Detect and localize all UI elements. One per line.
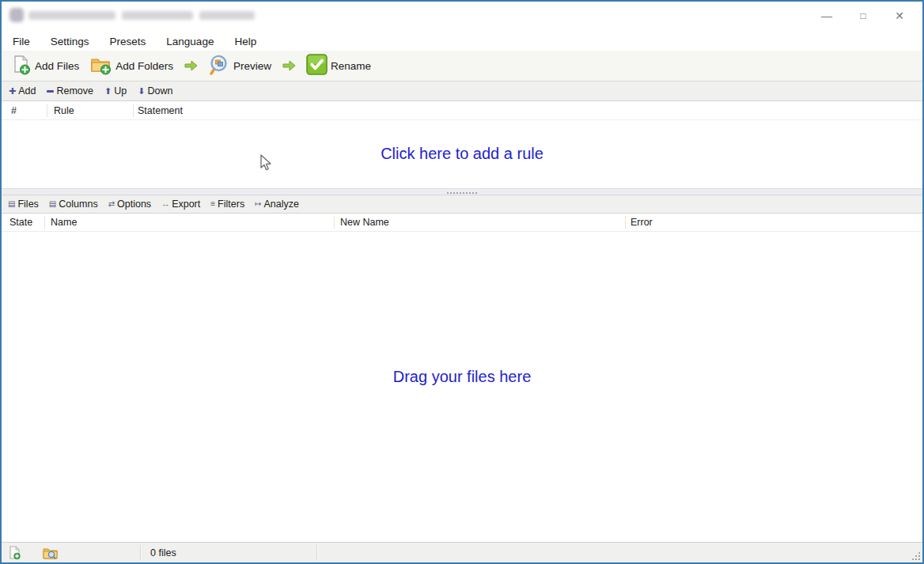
rule-add-button[interactable]: ✚ Add [9,85,36,97]
files-toolbar: ▤ Files ▤ Columns ⇄ Options ↔ Export ≡ F… [2,195,922,214]
files-table-header: State Name New Name Error [2,214,922,232]
options-menu-icon: ⇄ [108,200,115,208]
files-menu-icon: ▤ [8,200,15,208]
export-menu-button[interactable]: ↔ Export [161,199,200,210]
down-arrow-icon: ⬇ [138,87,145,96]
columns-menu-icon: ▤ [49,200,56,208]
analyze-menu-icon: ↦ [255,200,261,208]
title-bar: — □ ✕ [2,2,922,32]
add-rule-link[interactable]: Click here to add a rule [2,145,922,163]
add-file-icon [11,55,32,78]
arrow-right-icon [184,59,198,72]
menu-presets[interactable]: Presets [110,36,146,47]
rules-col-rule: Rule [54,101,74,119]
rules-toolbar: ✚ Add Remove ⬆ Up ⬇ Down [2,81,922,101]
filters-menu-button[interactable]: ≡ Filters [210,199,244,210]
drag-files-hint[interactable]: Drag your files here [2,368,922,386]
splitter-grip-icon [446,191,478,194]
rules-list-area[interactable]: Click here to add a rule [2,120,922,188]
rename-check-icon [306,54,328,78]
resize-grip[interactable] [911,551,920,560]
status-add-file-icon[interactable] [8,546,21,562]
file-count-label: 0 files [150,543,176,562]
close-button[interactable]: ✕ [881,5,918,27]
rules-col-statement: Statement [138,101,183,119]
rule-down-button[interactable]: ⬇ Down [138,85,172,97]
menu-bar: File Settings Presets Language Help [2,32,922,51]
rule-remove-button[interactable]: Remove [47,85,93,97]
preview-magnifier-icon [208,54,230,78]
main-toolbar: Add Files Add Folders [2,51,922,81]
app-window: — □ ✕ File Settings Presets Language Hel… [0,0,924,564]
columns-menu-button[interactable]: ▤ Columns [49,199,98,210]
rule-up-button[interactable]: ⬆ Up [104,85,127,97]
add-folders-button[interactable]: Add Folders [87,53,176,79]
files-col-new-name[interactable]: New Name [340,214,389,231]
menu-language[interactable]: Language [166,36,214,47]
panel-splitter[interactable] [2,188,922,195]
preview-button[interactable]: Preview [205,52,275,80]
rename-button[interactable]: Rename [303,52,374,79]
menu-settings[interactable]: Settings [51,36,89,47]
export-menu-icon: ↔ [161,200,169,208]
files-col-name[interactable]: Name [51,214,77,231]
menu-file[interactable]: File [13,36,30,47]
rules-col-number: # [11,101,17,119]
status-bar: 0 files [2,542,922,562]
add-folder-icon [90,55,112,78]
rules-table-header: # Rule Statement [2,101,922,120]
status-folder-search-icon[interactable] [43,546,59,562]
files-menu-button[interactable]: ▤ Files [8,199,39,210]
files-col-error[interactable]: Error [631,214,653,231]
arrow-right-icon [282,59,296,72]
plus-icon: ✚ [9,87,16,96]
menu-help[interactable]: Help [234,36,256,47]
files-col-state[interactable]: State [9,214,32,231]
up-arrow-icon: ⬆ [104,87,112,96]
filters-menu-icon: ≡ [210,200,215,208]
window-title-redacted [28,11,266,21]
minus-icon [47,90,54,93]
add-files-button[interactable]: Add Files [8,53,82,79]
files-list-area[interactable]: Drag your files here [2,232,922,542]
minimize-button[interactable]: — [808,5,845,27]
app-icon [9,8,24,22]
options-menu-button[interactable]: ⇄ Options [108,199,151,210]
maximize-button[interactable]: □ [845,5,881,27]
analyze-menu-button[interactable]: ↦ Analyze [255,199,299,210]
